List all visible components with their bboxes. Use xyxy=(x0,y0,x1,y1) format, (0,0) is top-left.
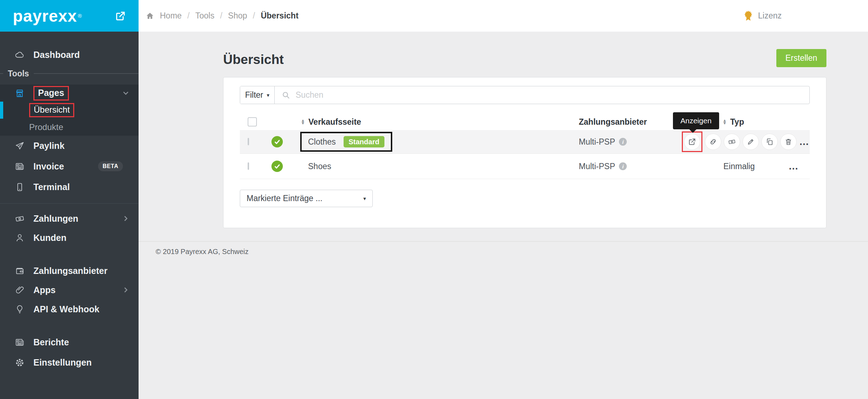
sidebar-item-label: Kunden xyxy=(33,233,66,243)
page-header: Übersicht Erstellen xyxy=(223,49,826,67)
paperclip-icon xyxy=(14,285,25,295)
sidebar-nav: Dashboard Tools Pages Übers xyxy=(0,46,139,371)
topbar: Home / Tools / Shop / Übersicht Lizenz xyxy=(139,0,868,32)
sales-page-name: Clothes xyxy=(308,137,336,147)
cloud-icon xyxy=(14,50,25,60)
pencil-icon xyxy=(747,138,755,146)
provider-cell: Multi-PSP i xyxy=(575,162,721,171)
type-value: Einmalig xyxy=(723,162,755,171)
divider xyxy=(34,73,139,74)
filter-dropdown-button[interactable]: Filter ▾ xyxy=(240,86,275,104)
trash-icon xyxy=(785,138,792,146)
chevron-right-icon xyxy=(122,215,129,222)
sidebar-item-apps[interactable]: Apps xyxy=(0,281,139,298)
copy-link-button[interactable] xyxy=(705,134,721,150)
sidebar-item-label: Paylink xyxy=(33,141,65,151)
search-box xyxy=(275,86,809,104)
page-title: Übersicht xyxy=(223,52,284,67)
breadcrumb-shop[interactable]: Shop xyxy=(228,11,247,21)
sidebar-item-label: Pages xyxy=(38,88,64,98)
search-input[interactable] xyxy=(295,90,809,100)
sidebar-item-paylink[interactable]: Paylink xyxy=(0,137,139,154)
row-actions: Anzeigen xyxy=(682,131,810,152)
duplicate-button[interactable] xyxy=(761,134,778,150)
copy-icon xyxy=(766,138,773,146)
sidebar-item-label: API & Webhook xyxy=(33,304,99,314)
newspaper-icon xyxy=(14,162,25,171)
edit-button[interactable] xyxy=(743,134,759,150)
external-link-icon[interactable] xyxy=(115,11,126,21)
banknote-icon xyxy=(14,214,25,223)
newspaper-icon xyxy=(14,338,25,347)
breadcrumb-separator: / xyxy=(253,11,255,21)
delete-button[interactable] xyxy=(780,134,797,150)
type-cell: Einmalig … xyxy=(721,162,810,171)
paperplane-icon xyxy=(14,141,25,151)
caret-down-icon: ▾ xyxy=(363,196,366,201)
license-link[interactable]: Lizenz xyxy=(743,10,782,22)
sidebar-item-invoice[interactable]: Invoice BETA xyxy=(0,158,139,175)
sidebar-item-uebersicht[interactable]: Übersicht xyxy=(0,102,139,119)
license-label: Lizenz xyxy=(758,11,782,21)
sidebar-item-terminal[interactable]: Terminal xyxy=(0,178,139,195)
breadcrumb-home[interactable]: Home xyxy=(160,11,182,21)
store-icon xyxy=(14,88,25,98)
app-logo: payrexx ® xyxy=(0,0,139,32)
sidebar-item-label: Produkte xyxy=(29,122,63,132)
home-icon[interactable] xyxy=(146,12,154,20)
create-button[interactable]: Erstellen xyxy=(776,49,826,67)
sidebar-item-api-webhook[interactable]: API & Webhook xyxy=(0,301,139,318)
sort-icon[interactable]: ▴▾ xyxy=(302,119,304,124)
page-footer: © 2019 Payrexx AG, Schweiz xyxy=(139,241,868,256)
sidebar-item-berichte[interactable]: Berichte xyxy=(0,334,139,351)
row-checkbox[interactable] xyxy=(248,162,249,170)
info-icon[interactable]: i xyxy=(619,162,627,170)
bulk-action-label: Markierte Einträge ... xyxy=(247,194,322,203)
sidebar-item-produkte[interactable]: Produkte xyxy=(0,119,139,136)
status-active-icon xyxy=(271,136,283,147)
sales-page-column-header[interactable]: ▴▾ Verkaufsseite xyxy=(298,117,575,127)
filter-label: Filter xyxy=(245,90,263,100)
search-icon xyxy=(282,91,290,99)
type-column-header[interactable]: ▴▾ Typ xyxy=(721,117,810,127)
sidebar-section-tools: Tools xyxy=(0,66,139,81)
sidebar-item-einstellungen[interactable]: Einstellungen xyxy=(0,354,139,371)
sort-icon[interactable]: ▴▾ xyxy=(723,119,726,124)
sidebar-item-zahlungen[interactable]: Zahlungen xyxy=(0,210,139,227)
copyright-text: © 2019 Payrexx AG, Schweiz xyxy=(156,248,249,255)
table-row-clothes: Clothes Standard Multi-PSP i xyxy=(240,130,810,153)
breadcrumb: Home / Tools / Shop / Übersicht xyxy=(146,11,298,21)
info-icon[interactable]: i xyxy=(619,138,627,146)
tooltip-anzeigen: Anzeigen xyxy=(673,112,719,129)
link-icon xyxy=(709,138,717,146)
brand-trademark: ® xyxy=(78,13,82,19)
sidebar-item-label: Berichte xyxy=(33,337,69,347)
sales-page-name: Shoes xyxy=(308,162,331,171)
annotation-red-box: Übersicht xyxy=(29,103,74,117)
sidebar-item-label: Apps xyxy=(33,285,56,295)
person-icon xyxy=(14,233,25,243)
sidebar-item-label: Invoice xyxy=(33,161,64,172)
beta-badge: BETA xyxy=(98,161,123,171)
sidebar-item-kunden[interactable]: Kunden xyxy=(0,229,139,246)
annotation-black-box: Clothes Standard xyxy=(300,132,392,152)
breadcrumb-current: Übersicht xyxy=(261,11,298,21)
sidebar-item-dashboard[interactable]: Dashboard xyxy=(0,46,139,63)
wallet-icon xyxy=(14,266,25,276)
bulk-action-select[interactable]: Markierte Einträge ... ▾ xyxy=(240,190,373,207)
smartphone-icon xyxy=(14,182,25,192)
row-checkbox[interactable] xyxy=(248,138,249,145)
sidebar-item-label: Übersicht xyxy=(34,105,70,114)
breadcrumb-separator: / xyxy=(220,11,222,21)
main-content: Übersicht Erstellen Filter ▾ xyxy=(139,32,868,399)
banknote-icon xyxy=(728,138,736,146)
sidebar-item-pages[interactable]: Pages xyxy=(0,85,139,102)
sales-pages-table: ▴▾ Verkaufsseite Zahlungsanbieter ▴▾ Typ xyxy=(240,114,810,179)
sidebar-item-zahlungsanbieter[interactable]: Zahlungsanbieter xyxy=(0,262,139,279)
gear-icon xyxy=(14,358,25,367)
breadcrumb-tools[interactable]: Tools xyxy=(195,11,215,21)
select-all-checkbox[interactable] xyxy=(248,117,257,126)
sidebar-item-label: Terminal xyxy=(33,182,70,192)
sidebar: payrexx ® Dashboard Tools xyxy=(0,0,139,399)
payment-button[interactable] xyxy=(724,134,740,150)
